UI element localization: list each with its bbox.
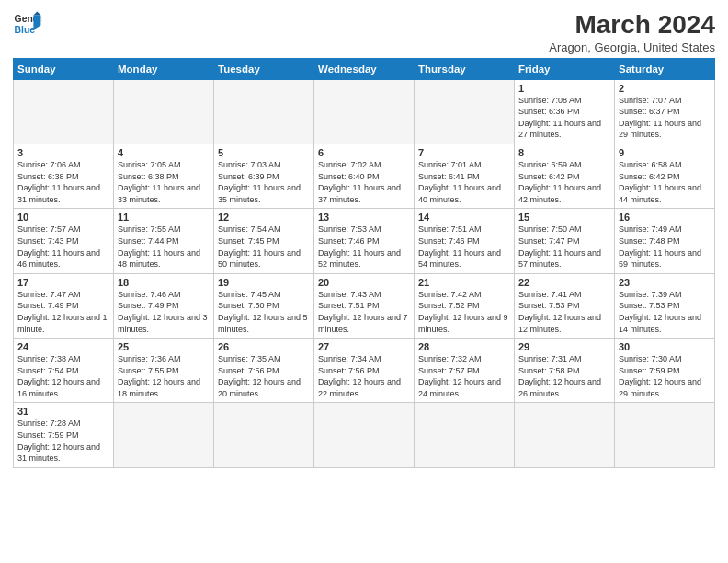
- calendar-cell: [415, 79, 515, 144]
- day-info: Sunrise: 7:02 AM Sunset: 6:40 PM Dayligh…: [318, 159, 410, 205]
- calendar-cell: [615, 403, 715, 467]
- day-info: Sunrise: 7:43 AM Sunset: 7:51 PM Dayligh…: [318, 289, 410, 335]
- day-number: 24: [17, 341, 109, 352]
- day-info: Sunrise: 7:53 AM Sunset: 7:46 PM Dayligh…: [318, 224, 410, 270]
- calendar-cell: 2Sunrise: 7:07 AM Sunset: 6:37 PM Daylig…: [615, 79, 715, 144]
- calendar-cell: 11Sunrise: 7:55 AM Sunset: 7:44 PM Dayli…: [114, 209, 214, 273]
- day-number: 6: [318, 147, 410, 158]
- day-info: Sunrise: 6:59 AM Sunset: 6:42 PM Dayligh…: [518, 159, 610, 205]
- day-info: Sunrise: 6:58 AM Sunset: 6:42 PM Dayligh…: [619, 159, 711, 205]
- day-info: Sunrise: 7:42 AM Sunset: 7:52 PM Dayligh…: [418, 289, 510, 335]
- calendar-week-row: 31Sunrise: 7:28 AM Sunset: 7:59 PM Dayli…: [14, 403, 715, 467]
- day-number: 31: [17, 406, 109, 417]
- weekday-header-friday: Friday: [515, 58, 615, 79]
- calendar-cell: 30Sunrise: 7:30 AM Sunset: 7:59 PM Dayli…: [615, 339, 715, 403]
- calendar-cell: 21Sunrise: 7:42 AM Sunset: 7:52 PM Dayli…: [415, 273, 515, 338]
- svg-marker-2: [33, 15, 40, 29]
- calendar-cell: [415, 403, 515, 467]
- day-info: Sunrise: 7:57 AM Sunset: 7:43 PM Dayligh…: [17, 224, 109, 270]
- calendar-week-row: 24Sunrise: 7:38 AM Sunset: 7:54 PM Dayli…: [14, 339, 715, 403]
- day-number: 7: [418, 147, 510, 158]
- calendar-cell: [114, 79, 214, 144]
- day-number: 14: [418, 212, 510, 223]
- day-number: 16: [619, 212, 711, 223]
- calendar-week-row: 3Sunrise: 7:06 AM Sunset: 6:38 PM Daylig…: [14, 144, 715, 208]
- calendar-cell: 17Sunrise: 7:47 AM Sunset: 7:49 PM Dayli…: [14, 273, 114, 338]
- day-info: Sunrise: 7:54 AM Sunset: 7:45 PM Dayligh…: [218, 224, 310, 270]
- location-subtitle: Aragon, Georgia, United States: [549, 40, 715, 54]
- calendar-cell: 25Sunrise: 7:36 AM Sunset: 7:55 PM Dayli…: [114, 339, 214, 403]
- day-number: 12: [218, 212, 310, 223]
- day-info: Sunrise: 7:30 AM Sunset: 7:59 PM Dayligh…: [619, 353, 711, 399]
- calendar-cell: 18Sunrise: 7:46 AM Sunset: 7:49 PM Dayli…: [114, 273, 214, 338]
- calendar-cell: [114, 403, 214, 467]
- month-year-title: March 2024: [549, 9, 715, 40]
- calendar-cell: 19Sunrise: 7:45 AM Sunset: 7:50 PM Dayli…: [214, 273, 314, 338]
- day-number: 18: [118, 277, 210, 288]
- calendar-cell: [214, 403, 314, 467]
- day-info: Sunrise: 7:36 AM Sunset: 7:55 PM Dayligh…: [118, 353, 210, 399]
- weekday-header-row: SundayMondayTuesdayWednesdayThursdayFrid…: [14, 58, 715, 79]
- day-info: Sunrise: 7:08 AM Sunset: 6:36 PM Dayligh…: [518, 95, 610, 141]
- day-number: 26: [218, 341, 310, 352]
- day-number: 29: [518, 341, 610, 352]
- day-info: Sunrise: 7:39 AM Sunset: 7:53 PM Dayligh…: [619, 289, 711, 335]
- day-info: Sunrise: 7:28 AM Sunset: 7:59 PM Dayligh…: [17, 418, 109, 464]
- logo: General Blue: [13, 9, 42, 39]
- calendar-cell: 4Sunrise: 7:05 AM Sunset: 6:38 PM Daylig…: [114, 144, 214, 208]
- calendar-cell: 28Sunrise: 7:32 AM Sunset: 7:57 PM Dayli…: [415, 339, 515, 403]
- calendar-cell: 26Sunrise: 7:35 AM Sunset: 7:56 PM Dayli…: [214, 339, 314, 403]
- day-number: 22: [518, 277, 610, 288]
- calendar-cell: 22Sunrise: 7:41 AM Sunset: 7:53 PM Dayli…: [515, 273, 615, 338]
- day-number: 27: [318, 341, 410, 352]
- weekday-header-sunday: Sunday: [14, 58, 114, 79]
- day-number: 20: [318, 277, 410, 288]
- calendar-cell: 27Sunrise: 7:34 AM Sunset: 7:56 PM Dayli…: [314, 339, 415, 403]
- day-number: 15: [518, 212, 610, 223]
- calendar-cell: 10Sunrise: 7:57 AM Sunset: 7:43 PM Dayli…: [14, 209, 114, 273]
- calendar-week-row: 10Sunrise: 7:57 AM Sunset: 7:43 PM Dayli…: [14, 209, 715, 273]
- day-number: 3: [17, 147, 109, 158]
- day-info: Sunrise: 7:32 AM Sunset: 7:57 PM Dayligh…: [418, 353, 510, 399]
- calendar-cell: 1Sunrise: 7:08 AM Sunset: 6:36 PM Daylig…: [515, 79, 615, 144]
- calendar-cell: 6Sunrise: 7:02 AM Sunset: 6:40 PM Daylig…: [314, 144, 415, 208]
- calendar-cell: 14Sunrise: 7:51 AM Sunset: 7:46 PM Dayli…: [415, 209, 515, 273]
- day-number: 23: [619, 277, 711, 288]
- svg-marker-3: [33, 11, 40, 15]
- calendar-cell: [14, 79, 114, 144]
- calendar-week-row: 17Sunrise: 7:47 AM Sunset: 7:49 PM Dayli…: [14, 273, 715, 338]
- calendar-cell: 5Sunrise: 7:03 AM Sunset: 6:39 PM Daylig…: [214, 144, 314, 208]
- calendar-cell: 3Sunrise: 7:06 AM Sunset: 6:38 PM Daylig…: [14, 144, 114, 208]
- calendar-cell: 20Sunrise: 7:43 AM Sunset: 7:51 PM Dayli…: [314, 273, 415, 338]
- calendar-cell: 16Sunrise: 7:49 AM Sunset: 7:48 PM Dayli…: [615, 209, 715, 273]
- day-info: Sunrise: 7:51 AM Sunset: 7:46 PM Dayligh…: [418, 224, 510, 270]
- svg-text:Blue: Blue: [15, 25, 36, 35]
- calendar-cell: [214, 79, 314, 144]
- day-number: 19: [218, 277, 310, 288]
- day-info: Sunrise: 7:01 AM Sunset: 6:41 PM Dayligh…: [418, 159, 510, 205]
- calendar-cell: 9Sunrise: 6:58 AM Sunset: 6:42 PM Daylig…: [615, 144, 715, 208]
- calendar-week-row: 1Sunrise: 7:08 AM Sunset: 6:36 PM Daylig…: [14, 79, 715, 144]
- day-info: Sunrise: 7:45 AM Sunset: 7:50 PM Dayligh…: [218, 289, 310, 335]
- day-info: Sunrise: 7:50 AM Sunset: 7:47 PM Dayligh…: [518, 224, 610, 270]
- day-number: 1: [518, 83, 610, 94]
- calendar-cell: 15Sunrise: 7:50 AM Sunset: 7:47 PM Dayli…: [515, 209, 615, 273]
- weekday-header-monday: Monday: [114, 58, 214, 79]
- calendar-cell: 23Sunrise: 7:39 AM Sunset: 7:53 PM Dayli…: [615, 273, 715, 338]
- title-block: March 2024 Aragon, Georgia, United State…: [549, 9, 715, 54]
- calendar-table: SundayMondayTuesdayWednesdayThursdayFrid…: [13, 58, 715, 468]
- day-info: Sunrise: 7:35 AM Sunset: 7:56 PM Dayligh…: [218, 353, 310, 399]
- day-info: Sunrise: 7:31 AM Sunset: 7:58 PM Dayligh…: [518, 353, 610, 399]
- weekday-header-thursday: Thursday: [415, 58, 515, 79]
- day-info: Sunrise: 7:06 AM Sunset: 6:38 PM Dayligh…: [17, 159, 109, 205]
- day-number: 21: [418, 277, 510, 288]
- day-number: 5: [218, 147, 310, 158]
- day-number: 10: [17, 212, 109, 223]
- day-info: Sunrise: 7:49 AM Sunset: 7:48 PM Dayligh…: [619, 224, 711, 270]
- day-info: Sunrise: 7:07 AM Sunset: 6:37 PM Dayligh…: [619, 95, 711, 141]
- page: General Blue March 2024 Aragon, Georgia,…: [0, 0, 728, 477]
- day-info: Sunrise: 7:38 AM Sunset: 7:54 PM Dayligh…: [17, 353, 109, 399]
- calendar-cell: [314, 79, 415, 144]
- weekday-header-tuesday: Tuesday: [214, 58, 314, 79]
- calendar-cell: 12Sunrise: 7:54 AM Sunset: 7:45 PM Dayli…: [214, 209, 314, 273]
